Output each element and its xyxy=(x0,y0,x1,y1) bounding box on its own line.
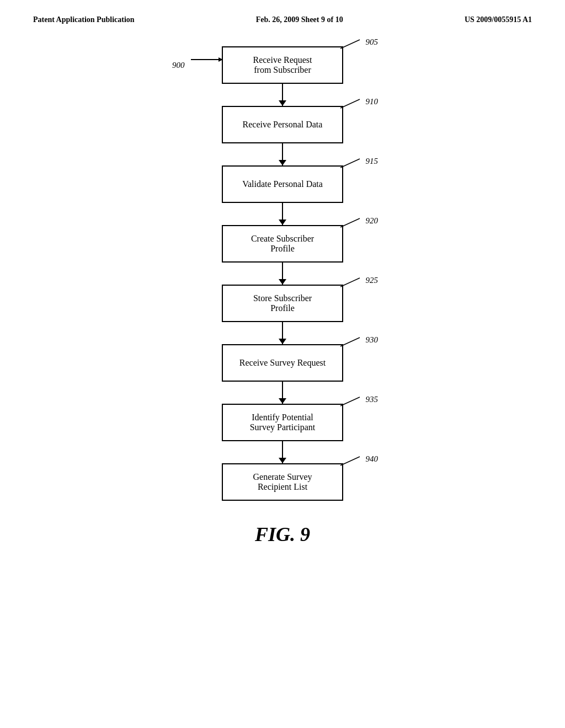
flowchart: 900Receive Requestfrom Subscriber905Rece… xyxy=(0,46,565,501)
flow-box-915: Validate Personal Data915 xyxy=(222,165,343,203)
flow-item-920: Create SubscriberProfile920 xyxy=(222,203,343,263)
svg-line-6 xyxy=(340,278,360,287)
flow-item-940: Generate SurveyRecipient List940 xyxy=(222,441,343,501)
box-num-915: 915 xyxy=(366,157,379,166)
box-num-905: 905 xyxy=(366,38,379,47)
box-num-920: 920 xyxy=(366,216,379,226)
flow-item-930: Receive Survey Request930 xyxy=(222,322,343,382)
arrow-5 xyxy=(282,322,283,344)
header-center: Feb. 26, 2009 Sheet 9 of 10 xyxy=(256,15,343,24)
page-header: Patent Application Publication Feb. 26, … xyxy=(0,0,565,24)
svg-line-3 xyxy=(340,99,360,108)
arrow-3 xyxy=(282,203,283,225)
arrow-7 xyxy=(282,441,283,463)
flow-box-920: Create SubscriberProfile920 xyxy=(222,225,343,263)
flow-item-925: Store SubscriberProfile925 xyxy=(222,263,343,322)
arrow-4 xyxy=(282,263,283,285)
svg-line-2 xyxy=(340,40,360,49)
svg-line-4 xyxy=(340,159,360,168)
header-right: US 2009/0055915 A1 xyxy=(465,15,532,24)
flow-box-925: Store SubscriberProfile925 xyxy=(222,285,343,322)
svg-line-9 xyxy=(340,457,360,465)
box-num-935: 935 xyxy=(366,395,379,404)
figure-label: FIG. 9 xyxy=(0,523,565,546)
flow-box-930: Receive Survey Request930 xyxy=(222,344,343,382)
flow-box-910: Receive Personal Data910 xyxy=(222,106,343,143)
flow-item-915: Validate Personal Data915 xyxy=(222,143,343,203)
box-num-930: 930 xyxy=(366,335,379,345)
flow-item-935: Identify PotentialSurvey Participant935 xyxy=(222,382,343,441)
svg-line-5 xyxy=(340,218,360,227)
header-left: Patent Application Publication xyxy=(33,15,135,24)
flow-item-905: 900Receive Requestfrom Subscriber905 xyxy=(222,46,343,84)
box-num-940: 940 xyxy=(366,454,379,464)
flow-box-940: Generate SurveyRecipient List940 xyxy=(222,463,343,501)
box-num-910: 910 xyxy=(366,97,379,106)
arrow-2 xyxy=(282,143,283,165)
flow-box-905: Receive Requestfrom Subscriber905 xyxy=(222,46,343,84)
flow-item-910: Receive Personal Data910 xyxy=(222,84,343,143)
arrow-1 xyxy=(282,84,283,106)
box-num-925: 925 xyxy=(366,276,379,285)
diagram-area: 900Receive Requestfrom Subscriber905Rece… xyxy=(0,24,565,557)
flow-box-935: Identify PotentialSurvey Participant935 xyxy=(222,404,343,441)
svg-line-8 xyxy=(340,397,360,406)
svg-line-7 xyxy=(340,338,360,346)
arrow-6 xyxy=(282,382,283,404)
